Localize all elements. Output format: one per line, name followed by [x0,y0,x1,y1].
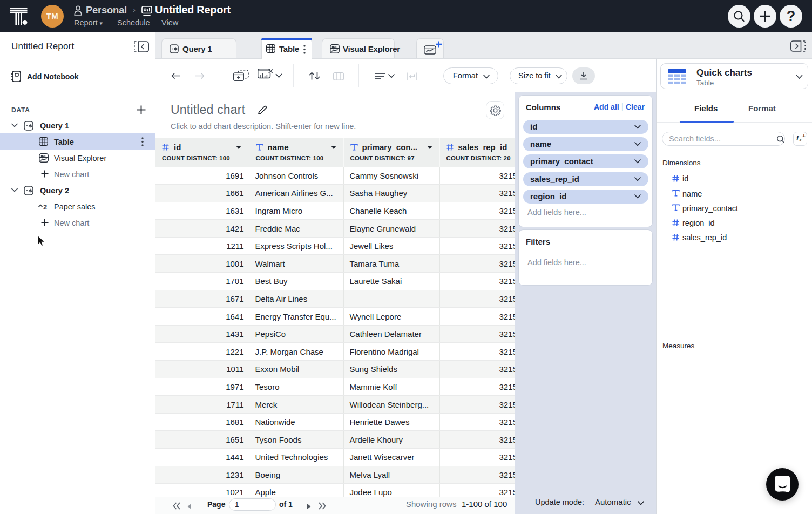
svg-text:2: 2 [43,203,47,210]
